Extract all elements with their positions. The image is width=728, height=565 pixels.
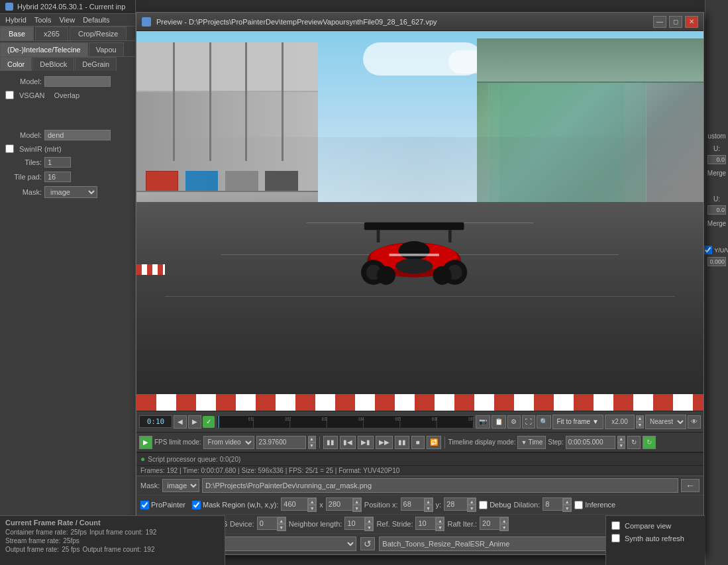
compare-view-row[interactable]: Compare view — [611, 521, 700, 530]
synth-auto-refresh-checkbox[interactable] — [611, 534, 620, 542]
zoom-input[interactable] — [605, 415, 635, 429]
maximize-button[interactable]: ◻ — [669, 16, 682, 28]
mask-py-up[interactable]: ▲ — [468, 498, 476, 505]
mask-type-select[interactable]: image — [162, 479, 199, 492]
mask-h-input[interactable] — [326, 497, 352, 511]
propainter-checkbox[interactable] — [140, 501, 149, 509]
u-value-2[interactable] — [707, 205, 726, 215]
media-btn-1[interactable]: ▮▮ — [323, 436, 338, 449]
propainter-checkbox-label[interactable]: ProPainter — [140, 501, 185, 509]
debug-checkbox[interactable] — [479, 501, 488, 509]
tab-vapour[interactable]: Vapou — [89, 42, 124, 56]
raft-iter-down[interactable]: ▼ — [500, 524, 508, 531]
fps-input[interactable] — [256, 436, 306, 449]
ref-stride-up[interactable]: ▲ — [436, 517, 444, 524]
tab-degrain[interactable]: DeGrain — [75, 57, 117, 71]
fps-stepper[interactable]: ▲ ▼ — [308, 436, 316, 449]
dilation-up[interactable]: ▲ — [563, 498, 571, 505]
media-btn-3[interactable]: ▶▮ — [358, 436, 374, 449]
menu-view[interactable]: View — [59, 16, 75, 24]
step-stepper[interactable]: ▲ ▼ — [617, 436, 625, 449]
raft-iter-up[interactable]: ▲ — [500, 517, 508, 524]
dilation-input[interactable] — [543, 497, 562, 511]
tab-deinterlace[interactable]: (De-)Interlace/Telecine — [0, 42, 88, 56]
mask-h-stepper[interactable]: ▲ ▼ — [352, 497, 362, 512]
mask-w-up[interactable]: ▲ — [308, 498, 316, 505]
fit-to-frame-button[interactable]: Fit to frame ▼ — [552, 415, 603, 429]
device-input[interactable] — [257, 517, 277, 530]
copy-button[interactable]: 📋 — [492, 415, 506, 429]
frame-forward-button[interactable]: ▶ — [188, 415, 201, 429]
fps-down[interactable]: ▼ — [308, 442, 316, 449]
media-btn-5[interactable]: ▮▮ — [395, 436, 409, 449]
mask-py-down[interactable]: ▼ — [468, 505, 476, 511]
step-input[interactable] — [566, 436, 615, 449]
synth-auto-refresh-row[interactable]: Synth auto refresh — [611, 534, 700, 542]
mask-py-input[interactable] — [444, 497, 467, 511]
yuv-checkbox-row[interactable]: Y/U/V — [703, 246, 728, 254]
tab-deblock[interactable]: DeBlock — [32, 57, 74, 71]
mask-back-button[interactable]: ← — [681, 479, 700, 492]
close-button[interactable]: ✕ — [685, 16, 698, 28]
mask-px-stepper[interactable]: ▲ ▼ — [424, 497, 433, 512]
filters-reset-button[interactable]: ↺ — [360, 537, 375, 550]
screenshot-button[interactable]: 📷 — [476, 415, 490, 429]
tab-color[interactable]: Color — [0, 57, 32, 71]
mask-region-checkbox[interactable] — [192, 501, 201, 509]
fps-limit-select[interactable]: From video — [203, 436, 254, 449]
zoom-up[interactable]: ▲ — [636, 415, 644, 422]
play-button[interactable]: ▶ — [139, 436, 152, 449]
timeline-area[interactable]: 0:01 0:02 0:03 0:04 0:05 0:06 0:07 — [216, 415, 474, 429]
zoom-stepper[interactable]: ▲ ▼ — [636, 415, 644, 429]
menu-defaults[interactable]: Defaults — [83, 16, 109, 24]
mask-w-stepper[interactable]: ▲ ▼ — [307, 497, 317, 512]
settings-button[interactable]: ⚙ — [507, 415, 521, 429]
mask-w-down[interactable]: ▼ — [308, 505, 316, 511]
zoom-down[interactable]: ▼ — [636, 422, 644, 429]
y-value[interactable] — [707, 257, 726, 266]
u-value-1[interactable] — [707, 155, 726, 164]
refresh2-button[interactable]: ↻ — [643, 436, 656, 449]
ref-stride-stepper[interactable]: ▲ ▼ — [435, 517, 444, 531]
dilation-down[interactable]: ▼ — [563, 505, 571, 511]
step-down[interactable]: ▼ — [617, 442, 625, 449]
neighbor-input[interactable] — [344, 517, 364, 530]
refresh-button[interactable]: ↻ — [627, 436, 641, 449]
compare-view-checkbox[interactable] — [611, 521, 620, 530]
device-up[interactable]: ▲ — [278, 517, 286, 524]
tab-x265[interactable]: x265 — [35, 26, 68, 40]
ref-stride-input[interactable] — [415, 517, 435, 530]
mask-px-input[interactable] — [401, 497, 424, 511]
media-btn-7[interactable]: 🔂 — [427, 436, 441, 449]
mask-h-down[interactable]: ▼ — [353, 505, 361, 511]
mask-py-stepper[interactable]: ▲ ▼ — [467, 497, 476, 512]
neighbor-stepper[interactable]: ▲ ▼ — [364, 517, 374, 531]
minimize-button[interactable]: — — [653, 16, 666, 28]
mask-h-up[interactable]: ▲ — [353, 498, 361, 505]
mask-px-up[interactable]: ▲ — [425, 498, 433, 505]
zoom-button[interactable]: 🔍 — [537, 415, 551, 429]
device-down[interactable]: ▼ — [278, 524, 286, 531]
crop-button[interactable]: ⛶ — [522, 415, 535, 429]
tile-pad-input[interactable] — [44, 172, 71, 182]
fps-up[interactable]: ▲ — [308, 436, 316, 442]
menu-tools[interactable]: Tools — [34, 16, 52, 24]
swiniR-checkbox[interactable] — [5, 144, 14, 153]
media-btn-6[interactable]: ■ — [411, 436, 425, 449]
debug-label[interactable]: Debug — [479, 501, 511, 509]
mask-path-input[interactable] — [202, 478, 678, 493]
mask-select[interactable]: image — [44, 186, 97, 198]
tiles-input[interactable] — [44, 157, 71, 168]
step-up[interactable]: ▲ — [617, 436, 625, 442]
frame-back-button[interactable]: ◀ — [174, 415, 187, 429]
inference-label[interactable]: Inference — [574, 501, 615, 509]
mask-w-input[interactable] — [281, 497, 307, 511]
ref-stride-down[interactable]: ▼ — [436, 524, 444, 531]
model2-input[interactable] — [44, 130, 111, 140]
menu-hybrid[interactable]: Hybrid — [5, 16, 26, 24]
vsgan-checkbox[interactable] — [5, 91, 14, 99]
tab-crop-resize[interactable]: Crop/Resize — [70, 26, 127, 40]
neighbor-up[interactable]: ▲ — [365, 517, 373, 524]
mask-px-down[interactable]: ▼ — [425, 505, 433, 511]
raft-iter-input[interactable] — [480, 517, 499, 530]
